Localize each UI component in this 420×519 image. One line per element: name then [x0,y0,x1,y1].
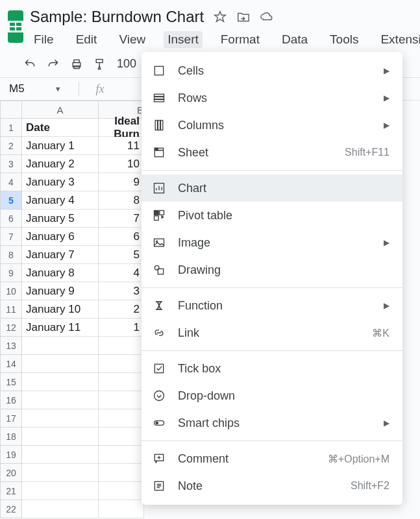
menu-item-comment[interactable]: Comment⌘+Option+M [142,445,402,472]
row-header[interactable]: 5 [0,191,22,210]
menu-insert[interactable]: Insert [164,31,203,48]
cell[interactable]: 4 [99,264,144,282]
menu-item-pivot-table[interactable]: Pivot table [142,202,402,229]
menu-item-note[interactable]: NoteShift+F2 [142,472,402,500]
menu-item-columns[interactable]: Columns▶ [142,112,402,139]
row-header[interactable]: 18 [0,428,22,446]
row-header[interactable]: 10 [0,282,22,300]
star-icon[interactable] [213,10,227,24]
menu-format[interactable]: Format [217,31,264,48]
row-header[interactable]: 15 [0,373,22,391]
cell[interactable] [22,500,99,518]
menu-item-image[interactable]: Image▶ [142,229,402,256]
menu-file[interactable]: File [30,31,58,48]
print-icon[interactable] [70,58,83,71]
cell[interactable]: 7 [99,210,144,228]
cell[interactable]: January 9 [22,282,99,300]
cell[interactable]: January 1 [22,137,99,155]
row-header[interactable]: 19 [0,446,22,464]
cell[interactable]: January 11 [22,319,99,337]
menu-item-smart-chips[interactable]: Smart chips▶ [142,409,402,437]
row-header[interactable]: 4 [0,173,22,191]
menu-item-sheet[interactable]: SheetShift+F11 [142,139,402,166]
cell[interactable] [22,482,99,500]
cell[interactable]: 9 [99,173,144,191]
row-header[interactable]: 21 [0,482,22,500]
cell[interactable]: Ideal Burn [99,119,144,137]
row-header[interactable]: 2 [0,137,22,155]
cell[interactable]: 8 [99,191,144,210]
cell[interactable]: 2 [99,300,144,319]
menu-edit[interactable]: Edit [72,31,101,48]
redo-icon[interactable] [47,58,60,71]
cell[interactable]: January 6 [22,228,99,246]
cell[interactable]: Date [22,119,99,137]
cell[interactable] [99,337,144,355]
menu-item-rows[interactable]: Rows▶ [142,84,402,112]
cell[interactable]: 6 [99,228,144,246]
row-header[interactable]: 13 [0,337,22,355]
move-folder-icon[interactable] [236,10,251,24]
cell[interactable]: 1 [99,319,144,337]
menu-item-function[interactable]: Function▶ [142,292,402,319]
cell[interactable]: 3 [99,282,144,300]
cell[interactable] [22,446,99,464]
cell[interactable] [22,373,99,391]
row-header[interactable]: 14 [0,355,22,373]
cell[interactable]: 10 [99,155,144,173]
cell[interactable]: 5 [99,246,144,264]
name-box[interactable]: M5 ▼ [6,82,62,95]
row-header[interactable]: 12 [0,319,22,337]
cell[interactable] [22,409,99,428]
cell[interactable] [99,409,144,428]
cell[interactable]: January 7 [22,246,99,264]
cell[interactable]: January 4 [22,191,99,210]
menu-item-drawing[interactable]: Drawing [142,256,402,284]
cloud-status-icon[interactable] [260,10,274,24]
menu-view[interactable]: View [115,31,149,48]
cell[interactable] [99,355,144,373]
row-header[interactable]: 1 [0,119,22,137]
cell[interactable] [22,464,99,482]
row-header[interactable]: 9 [0,264,22,282]
row-header[interactable]: 7 [0,228,22,246]
cell[interactable] [99,500,144,518]
cell[interactable] [22,337,99,355]
menu-extensions[interactable]: Extensions [377,31,420,48]
row-header[interactable]: 11 [0,300,22,319]
select-all-corner[interactable] [0,101,22,119]
row-header[interactable]: 6 [0,210,22,228]
cell[interactable] [99,482,144,500]
row-header[interactable]: 3 [0,155,22,173]
undo-icon[interactable] [23,58,36,71]
menu-data[interactable]: Data [278,31,312,48]
cell[interactable] [22,355,99,373]
menu-item-drop-down[interactable]: Drop-down [142,382,402,409]
menu-item-chart[interactable]: Chart [142,175,402,202]
cell[interactable]: January 5 [22,210,99,228]
menu-item-tick-box[interactable]: Tick box [142,355,402,382]
cell[interactable] [22,391,99,409]
paint-format-icon[interactable] [93,58,106,71]
row-header[interactable]: 22 [0,500,22,518]
sheets-logo[interactable] [8,10,23,43]
row-header[interactable]: 16 [0,391,22,409]
document-title[interactable]: Sample: Burndown Chart [30,8,204,26]
row-header[interactable]: 17 [0,409,22,428]
cell[interactable]: January 10 [22,300,99,319]
zoom-value[interactable]: 100 [117,57,136,71]
cell[interactable] [99,373,144,391]
menu-item-link[interactable]: Link⌘K [142,319,402,346]
cell[interactable] [22,428,99,446]
cell[interactable]: January 8 [22,264,99,282]
cell[interactable]: 11 [99,137,144,155]
cell[interactable]: January 2 [22,155,99,173]
cell[interactable] [99,391,144,409]
cell[interactable]: January 3 [22,173,99,191]
column-header-A[interactable]: A [22,101,99,119]
cell[interactable] [99,446,144,464]
row-header[interactable]: 8 [0,246,22,264]
cell[interactable] [99,464,144,482]
menu-item-cells[interactable]: Cells▶ [142,57,402,84]
row-header[interactable]: 20 [0,464,22,482]
